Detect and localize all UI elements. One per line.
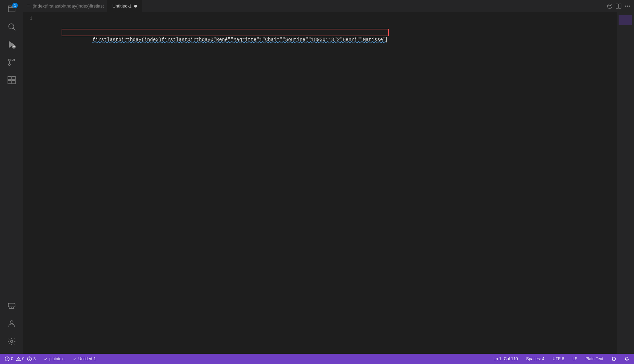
svg-point-0	[9, 24, 14, 29]
status-bar: 0 0 3 plaintext Un	[0, 354, 634, 364]
code-line-1[interactable]: firstlastbirthday(index)firstlastbirthda…	[39, 15, 617, 22]
tab-modified-dot	[134, 5, 137, 8]
activity-bar: 1	[0, 0, 23, 354]
line-ending-label: LF	[572, 356, 577, 361]
language-label: Plain Text	[585, 356, 603, 361]
bell-icon	[624, 356, 629, 361]
svg-point-27	[18, 360, 19, 361]
branch-check-icon	[73, 357, 77, 361]
main-content: ≡ (index)firstlastbirthday(index)firstla…	[23, 0, 634, 354]
svg-point-30	[29, 358, 30, 358]
warning-triangle-icon	[16, 356, 21, 361]
svg-rect-19	[619, 4, 621, 9]
error-count: 0	[11, 356, 13, 361]
svg-rect-8	[8, 76, 11, 80]
status-language[interactable]: Plain Text	[583, 354, 605, 364]
tab-right-icons	[607, 3, 634, 9]
breadcrumb-area: ≡ (index)firstlastbirthday(index)firstla…	[23, 3, 107, 9]
status-errors[interactable]: 0 0 3	[3, 354, 38, 364]
svg-point-16	[609, 5, 609, 6]
status-branch[interactable]: Untitled-1	[71, 354, 98, 364]
svg-point-15	[607, 4, 612, 9]
svg-point-13	[10, 321, 13, 324]
status-language-mode[interactable]: plaintext	[42, 354, 67, 364]
branch-label: Untitled-1	[78, 356, 96, 361]
svg-point-6	[13, 59, 15, 61]
svg-point-25	[7, 360, 8, 360]
svg-rect-9	[12, 76, 15, 80]
breadcrumb-text: (index)firstlastbirthday(index)firstlast	[33, 3, 104, 9]
copilot-icon[interactable]	[607, 3, 613, 9]
editor-area[interactable]: 1 firstlastbirthday(index)firstlastbirth…	[23, 12, 634, 354]
svg-rect-18	[616, 4, 619, 9]
position-label: Ln 1, Col 110	[493, 356, 518, 361]
settings-gear-icon[interactable]	[3, 333, 20, 350]
explorer-icon[interactable]: 1	[3, 1, 20, 17]
svg-point-22	[629, 5, 630, 6]
info-circle-icon	[27, 356, 32, 361]
remote-explorer-icon[interactable]	[3, 298, 20, 314]
svg-point-21	[627, 5, 628, 6]
status-bar-left: 0 0 3 plaintext Un	[0, 354, 98, 364]
check-icon	[44, 357, 48, 361]
code-text: firstlastbirthday(index)firstlastbirthda…	[92, 37, 386, 42]
svg-rect-10	[8, 80, 11, 84]
activity-bar-top: 1	[3, 0, 20, 297]
line-number-1: 1	[23, 15, 35, 22]
account-icon[interactable]	[3, 315, 20, 332]
more-actions-icon[interactable]	[624, 3, 631, 9]
info-count: 3	[33, 356, 36, 361]
cursor	[386, 37, 387, 42]
activity-bar-bottom	[3, 297, 20, 354]
status-bar-right: Ln 1, Col 110 Spaces: 4 UTF-8 LF Plain T…	[491, 354, 634, 364]
run-debug-icon[interactable]	[3, 36, 20, 53]
encoding-label: UTF-8	[553, 356, 564, 361]
tab-label: Untitled-1	[112, 3, 131, 9]
error-circle-icon	[5, 356, 10, 361]
sync-status-icon[interactable]	[609, 354, 618, 364]
minimap-area	[617, 12, 634, 354]
status-line-ending[interactable]: LF	[570, 354, 579, 364]
svg-rect-11	[12, 80, 15, 84]
notifications-status-icon[interactable]	[622, 354, 631, 364]
warning-count: 0	[22, 356, 25, 361]
svg-line-1	[13, 28, 15, 30]
explorer-badge: 1	[12, 3, 18, 8]
svg-point-14	[11, 340, 13, 343]
svg-point-17	[610, 5, 611, 6]
breadcrumb-hamburger[interactable]: ≡	[27, 3, 30, 9]
status-encoding[interactable]: UTF-8	[550, 354, 566, 364]
svg-point-20	[625, 5, 626, 6]
sync-icon	[611, 356, 616, 361]
source-control-icon[interactable]	[3, 54, 20, 70]
selection-box: firstlastbirthday(index)firstlastbirthda…	[62, 29, 389, 36]
status-position[interactable]: Ln 1, Col 110	[491, 354, 520, 364]
code-content[interactable]: firstlastbirthday(index)firstlastbirthda…	[39, 12, 617, 354]
svg-rect-12	[8, 303, 15, 307]
language-mode-label: plaintext	[49, 356, 65, 361]
split-editor-icon[interactable]	[616, 3, 622, 9]
tab-untitled-1[interactable]: Untitled-1	[107, 0, 142, 12]
status-spaces[interactable]: Spaces: 4	[524, 354, 546, 364]
line-numbers: 1	[23, 12, 39, 354]
extensions-icon[interactable]	[3, 72, 20, 88]
svg-point-5	[9, 59, 10, 61]
svg-point-7	[9, 64, 10, 65]
spaces-label: Spaces: 4	[526, 356, 544, 361]
tab-bar: ≡ (index)firstlastbirthday(index)firstla…	[23, 0, 634, 12]
search-activity-icon[interactable]	[3, 18, 20, 35]
